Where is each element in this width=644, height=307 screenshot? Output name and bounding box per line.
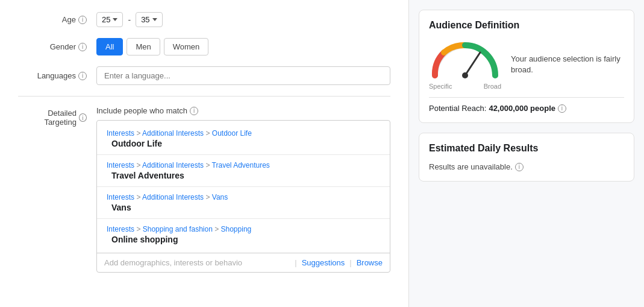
unavailable-text: Results are unavailable. i [429,162,624,171]
breadcrumb-vans: Interests > Additional Interests > Vans [107,193,380,201]
targeting-info-icon[interactable]: i [79,113,87,122]
unavailable-info-icon[interactable]: i [515,163,524,171]
breadcrumb-link-interests-4[interactable]: Interests [107,225,134,233]
targeting-label: Detailed Targeting i [18,106,96,127]
age-info-icon[interactable]: i [78,16,87,24]
gender-label: Gender i [18,42,96,51]
targeting-item-outdoor-life: Interests > Additional Interests > Outdo… [97,125,390,152]
audience-definition-title: Audience Definition [429,20,624,31]
item-divider-1 [97,154,390,155]
breadcrumb-link-interests-1[interactable]: Interests [107,129,134,138]
gauge-svg [429,39,501,78]
gender-men-button[interactable]: Men [127,38,160,55]
age-label: Age i [18,15,96,24]
age-controls: 25 - 35 [96,12,163,27]
age-max-chevron-icon [152,18,157,21]
targeting-name-vans: Vans [107,203,380,212]
breadcrumb-link-additional-2[interactable]: Additional Interests [142,161,204,169]
browse-link[interactable]: Browse [357,258,383,267]
targeting-item-vans: Interests > Additional Interests > Vans … [97,189,390,216]
age-max-select[interactable]: 35 [136,12,162,27]
gauge-section: Specific Broad Your audience selection i… [429,39,624,90]
languages-info-icon[interactable]: i [78,72,87,80]
breadcrumb-link-vans[interactable]: Vans [212,193,228,201]
gauge-container [429,39,501,81]
targeting-name-online-shopping: Online shopping [107,235,380,244]
suggestions-link[interactable]: Suggestions [302,258,345,267]
age-min-chevron-icon [113,18,117,21]
age-min-select[interactable]: 25 [96,12,123,27]
breadcrumb-travel: Interests > Additional Interests > Trave… [107,161,380,169]
breadcrumb-link-shopping[interactable]: Shopping [221,225,252,233]
svg-point-1 [462,72,468,78]
gender-all-button[interactable]: All [96,38,123,55]
targeting-content: Include people who match i Interests > A… [96,106,390,273]
targeting-desc-info-icon[interactable]: i [190,107,198,115]
estimated-results-card: Estimated Daily Results Results are unav… [419,133,634,182]
gender-buttons: All Men Women [96,38,208,55]
gauge-description: Your audience selection is fairly broad. [511,54,624,75]
item-divider-3 [97,218,390,219]
age-row: Age i 25 - 35 [18,12,390,27]
potential-reach-value: 42,000,000 people [489,104,555,113]
detailed-targeting-row: Detailed Targeting i Include people who … [18,106,390,273]
pipe-separator-2: | [349,258,351,267]
language-input[interactable] [96,66,390,85]
breadcrumb-link-outdoor[interactable]: Outdoor Life [212,129,252,138]
languages-row: Languages i [18,66,390,85]
breadcrumb-link-interests-3[interactable]: Interests [107,193,134,201]
breadcrumb-link-interests-2[interactable]: Interests [107,161,134,169]
audience-definition-card: Audience Definition [419,10,634,123]
potential-reach: Potential Reach: 42,000,000 people i [429,97,624,113]
gauge-labels: Specific Broad [429,83,501,90]
targeting-items-list: Interests > Additional Interests > Outdo… [97,121,390,253]
breadcrumb-link-travel[interactable]: Travel Adventures [212,161,270,169]
breadcrumb-outdoor-life: Interests > Additional Interests > Outdo… [107,129,380,138]
breadcrumb-shopping: Interests > Shopping and fashion > Shopp… [107,225,380,233]
gender-info-icon[interactable]: i [78,43,87,51]
potential-reach-label: Potential Reach: [429,104,486,113]
estimated-results-title: Estimated Daily Results [429,143,624,154]
svg-line-0 [465,52,480,75]
section-divider [18,96,390,97]
breadcrumb-link-additional-1[interactable]: Additional Interests [142,129,204,138]
gender-row: Gender i All Men Women [18,38,390,55]
targeting-description: Include people who match i [96,106,390,115]
targeting-item-shopping: Interests > Shopping and fashion > Shopp… [97,221,390,248]
targeting-name-outdoor-life: Outdoor Life [107,139,380,148]
targeting-input-row: Add demographics, interests or behavio |… [97,253,390,272]
age-dash: - [128,15,131,25]
gauge-widget: Specific Broad [429,39,501,90]
targeting-item-travel: Interests > Additional Interests > Trave… [97,157,390,184]
potential-reach-info-icon[interactable]: i [558,104,566,113]
targeting-add-placeholder[interactable]: Add demographics, interests or behavio [104,258,290,267]
targeting-box: Interests > Additional Interests > Outdo… [96,120,390,273]
languages-label: Languages i [18,71,96,80]
breadcrumb-link-shopping-fashion[interactable]: Shopping and fashion [143,225,213,233]
item-divider-2 [97,186,390,187]
right-panel: Audience Definition [409,0,644,307]
gender-women-button[interactable]: Women [164,38,209,55]
breadcrumb-link-additional-3[interactable]: Additional Interests [142,193,204,201]
specific-label: Specific [429,83,452,90]
targeting-name-travel: Travel Adventures [107,171,380,180]
broad-label: Broad [484,83,501,90]
pipe-separator-1: | [295,258,296,267]
